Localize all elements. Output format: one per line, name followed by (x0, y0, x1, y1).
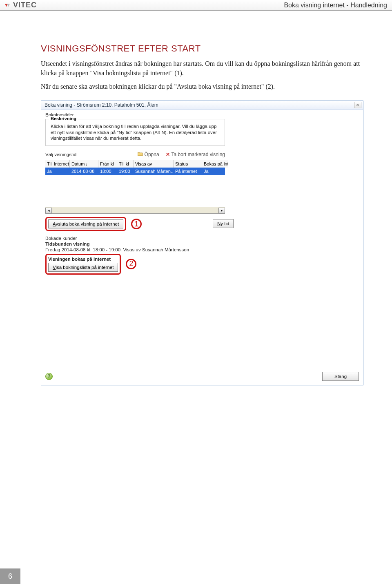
scroll-right-icon[interactable]: ▸ (218, 208, 225, 213)
ny-tid-label: Ny tid (217, 221, 229, 226)
beskrivning-title: Beskrivning (49, 116, 78, 121)
table-row[interactable]: Ja 2014-08-08 18:00 19:00 Susannah Mårte… (45, 168, 225, 175)
oppna-label: Öppna (145, 152, 159, 157)
page-number: 6 (0, 568, 20, 584)
top-bar: VITEC Boka visning internet - Handlednin… (0, 0, 392, 11)
ny-tid-button[interactable]: Ny tid (213, 219, 234, 228)
col-status[interactable]: Status (174, 160, 202, 168)
valj-visningstid-label: Välj visningstid (45, 152, 76, 157)
bokade-kunder-section: Bokade kunder Tidsbunden visning Fredag … (45, 236, 225, 275)
col-bokas-pa-internet[interactable]: Bokas på intern (202, 160, 228, 168)
col-till-kl[interactable]: Till kl (117, 160, 134, 168)
dialog-body: Bokningstider Beskrivning Klicka i lista… (41, 110, 363, 279)
close-icon[interactable]: ✕ (354, 102, 361, 108)
cell-datum: 2014-08-08 (70, 168, 98, 175)
doc-title: Boka visning internet - Handledning (284, 2, 387, 9)
dialog-title: Boka visning - Strömsrum 2:10, Pataholm … (45, 102, 158, 108)
sort-arrow-icon: ↓ (85, 162, 87, 166)
cell-status: På internet (174, 168, 202, 175)
col-datum[interactable]: Datum↓ (70, 160, 98, 168)
dialog-footer: ? Stäng (41, 369, 363, 385)
dialog-window: Boka visning - Strömsrum 2:10, Pataholm … (41, 101, 363, 386)
bokade-kunder-label: Bokade kunder (45, 236, 225, 241)
cell-visas-av: Susannah Mårten… (134, 168, 174, 175)
cell-till-internet: Ja (45, 168, 70, 175)
tabort-button[interactable]: ✕ Ta bort markerad visning (166, 152, 225, 157)
tidsbunden-title: Tidsbunden visning (45, 242, 225, 246)
brand: VITEC (5, 1, 37, 9)
stang-button[interactable]: Stäng (322, 372, 359, 381)
col-visas-av[interactable]: Visas av (134, 160, 174, 168)
visningstid-table[interactable]: Till Internet Datum↓ Från kl Till kl Vis… (45, 160, 225, 214)
table-empty-area (45, 175, 225, 207)
visa-bokningslista-button[interactable]: Visa bokningslista på internet (48, 263, 118, 272)
callout-1-box: Avsluta boka visning på internet (45, 217, 126, 231)
below-table-row: Avsluta boka visning på internet 1 Ny ti… (45, 216, 225, 231)
scroll-left-icon[interactable]: ◂ (45, 208, 52, 213)
col-fran-kl[interactable]: Från kl (98, 160, 117, 168)
table-header: Till Internet Datum↓ Från kl Till kl Vis… (45, 160, 225, 168)
callout-1-number: 1 (131, 219, 142, 229)
help-icon[interactable]: ? (45, 373, 53, 380)
visningen-bokas-label: Visningen bokas på internet (48, 257, 118, 262)
tidsbunden-line: Fredag 2014-08-08 kl. 18:00 - 19:00. Vis… (45, 247, 225, 252)
dialog-titlebar: Boka visning - Strömsrum 2:10, Pataholm … (41, 101, 363, 110)
section-heading: VISNINGSFÖNSTRET EFTER START (41, 43, 363, 54)
horizontal-scrollbar[interactable]: ◂ ▸ (45, 207, 225, 213)
x-icon: ✕ (166, 152, 170, 157)
callout-2-box: Visningen bokas på internet Visa bokning… (45, 254, 121, 275)
beskrivning-text: Klicka i listan för att välja bokning ti… (51, 123, 220, 142)
page-footer-line (20, 576, 392, 576)
folder-icon (138, 152, 143, 157)
callout-2-number: 2 (126, 259, 136, 269)
paragraph-1: Utseendet i visningsfönstret ändras när … (41, 59, 363, 78)
beskrivning-group: Beskrivning Klicka i listan för att välj… (45, 119, 225, 146)
col-till-internet[interactable]: Till Internet (45, 160, 70, 168)
paragraph-2: När du senare ska avsluta bokningen klic… (41, 82, 363, 91)
page-body: VISNINGSFÖNSTRET EFTER START Utseendet i… (0, 11, 392, 385)
visa-bokningslista-label: Visa bokningslista på internet (53, 265, 114, 270)
brand-name: VITEC (13, 1, 37, 9)
tabort-label: Ta bort markerad visning (172, 152, 225, 157)
avsluta-boka-label: Avsluta boka visning på internet (53, 222, 119, 226)
cell-fran-kl: 18:00 (98, 168, 117, 175)
cell-till-kl: 19:00 (117, 168, 134, 175)
tool-row: Välj visningstid Öppna ✕ Ta bort markera… (45, 152, 225, 157)
avsluta-boka-button[interactable]: Avsluta boka visning på internet (48, 219, 123, 228)
stang-label: Stäng (334, 374, 347, 379)
brand-logo-icon (5, 2, 11, 8)
left-pane: Bokningstider Beskrivning Klicka i lista… (45, 112, 225, 275)
oppna-button[interactable]: Öppna (138, 152, 159, 157)
cell-bokas-pa-internet: Ja (202, 168, 228, 175)
